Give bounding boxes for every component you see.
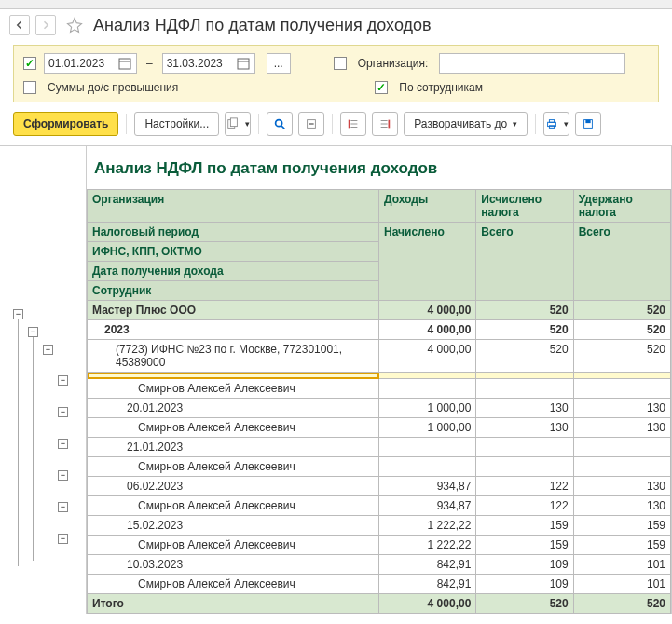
row-c2: 130 [476, 399, 573, 418]
tree-node[interactable]: − [58, 470, 68, 481]
print-button[interactable]: ▾ [543, 112, 569, 136]
total-row: Итого 4 000,00 520 520 [88, 594, 671, 614]
table-row[interactable]: 15.02.20231 222,22159159 [88, 516, 671, 536]
row-c2: 520 [476, 340, 573, 373]
row-c3: 159 [573, 536, 670, 555]
back-button[interactable] [9, 15, 30, 35]
tree-node[interactable]: − [58, 534, 68, 544]
table-row[interactable]: Смирнов Алексей Алексеевич1 000,00130130 [88, 418, 671, 438]
table-row[interactable]: 20234 000,00520520 [88, 320, 671, 340]
row-label: 10.03.2023 [88, 555, 379, 575]
row-c2: 130 [476, 418, 573, 438]
tree-node[interactable]: − [43, 345, 53, 355]
row-label [88, 373, 379, 379]
tree-node[interactable]: − [58, 502, 68, 512]
table-row[interactable]: 06.02.2023934,87122130 [88, 477, 671, 496]
report-body: Анализ НДФЛ по датам получения доходов О… [86, 146, 672, 614]
tree-node[interactable]: − [28, 327, 38, 337]
row-c3: 520 [573, 301, 670, 320]
date-to-input[interactable]: 31.03.2023 [162, 53, 255, 74]
total-c1: 4 000,00 [379, 594, 476, 614]
row-c1: 1 000,00 [379, 399, 476, 418]
table-row[interactable]: 21.01.2023 [88, 438, 671, 457]
row-c3: 520 [573, 340, 670, 373]
settings-button[interactable]: Настройки... [134, 112, 219, 136]
row-c2: 520 [476, 301, 573, 320]
tree-node[interactable]: − [58, 439, 68, 449]
star-icon[interactable] [65, 16, 84, 34]
row-c2: 122 [476, 477, 573, 496]
table-row[interactable]: 20.01.20231 000,00130130 [88, 399, 671, 418]
report-table: Организация Доходы Исчислено налога Удер… [87, 189, 671, 614]
row-label: Смирнов Алексей Алексеевич [88, 575, 379, 594]
row-c1: 934,87 [379, 477, 476, 496]
header-ifns: ИФНС, КПП, ОКТМО [88, 242, 379, 262]
header-calc-tax: Исчислено налога [476, 190, 573, 223]
date-to-value: 31.03.2023 [167, 57, 236, 70]
row-c1 [379, 373, 476, 379]
date-dash: – [146, 57, 153, 70]
row-c3: 159 [573, 516, 670, 536]
save-button[interactable] [575, 112, 601, 136]
forward-button[interactable] [35, 15, 56, 35]
calendar-icon[interactable] [117, 56, 132, 71]
find-button[interactable] [267, 112, 293, 136]
table-row[interactable]: Смирнов Алексей Алексеевич [88, 457, 671, 477]
row-c3 [573, 379, 670, 399]
settings-variants-button[interactable]: ▾ [225, 112, 251, 136]
row-c3: 130 [573, 418, 670, 438]
row-label: 21.01.2023 [88, 438, 379, 457]
header-income-date: Дата получения дохода [88, 262, 379, 281]
date-from-input[interactable]: 01.01.2023 [44, 53, 137, 74]
svg-rect-16 [586, 120, 591, 124]
total-label: Итого [88, 594, 379, 614]
calendar-icon[interactable] [236, 56, 251, 71]
org-input[interactable] [439, 53, 625, 74]
row-c1: 4 000,00 [379, 301, 476, 320]
tree-node[interactable]: − [58, 407, 68, 417]
table-row[interactable]: (7723) ИФНС №23 по г. Москве, 772301001,… [88, 340, 671, 373]
header-employee: Сотрудник [88, 281, 379, 301]
toolbar: Сформировать Настройки... ▾ Разворачиват… [0, 112, 672, 145]
generate-button[interactable]: Сформировать [13, 112, 118, 136]
table-row[interactable]: Смирнов Алексей Алексеевич842,91109101 [88, 575, 671, 594]
row-c2: 122 [476, 496, 573, 516]
row-c1: 934,87 [379, 496, 476, 516]
row-c3: 101 [573, 575, 670, 594]
header-org: Организация [88, 190, 379, 223]
row-c1: 842,91 [379, 555, 476, 575]
org-checkbox[interactable] [334, 57, 347, 70]
table-row[interactable]: Смирнов Алексей Алексеевич [88, 379, 671, 399]
date-enabled-checkbox[interactable] [23, 57, 36, 70]
row-c1: 4 000,00 [379, 320, 476, 340]
row-c2: 520 [476, 320, 573, 340]
by-employee-checkbox[interactable] [375, 81, 388, 94]
svg-rect-5 [230, 118, 237, 127]
row-c3 [573, 438, 670, 457]
title-bar: Анализ НДФЛ по датам получения доходов [0, 9, 672, 45]
row-c1 [379, 438, 476, 457]
row-c3: 130 [573, 496, 670, 516]
table-row[interactable]: Смирнов Алексей Алексеевич934,87122130 [88, 496, 671, 516]
row-c1: 1 000,00 [379, 418, 476, 438]
row-c2: 159 [476, 536, 573, 555]
collapse-button[interactable] [298, 112, 324, 136]
row-c2 [476, 457, 573, 477]
table-row[interactable] [88, 373, 671, 379]
by-employee-label: По сотрудникам [399, 81, 483, 94]
row-c1: 1 222,22 [379, 536, 476, 555]
table-row[interactable]: Смирнов Алексей Алексеевич1 222,22159159 [88, 536, 671, 555]
tree-node[interactable]: − [58, 375, 68, 386]
row-label: 2023 [88, 320, 379, 340]
date-more-button[interactable]: ... [267, 53, 291, 74]
tree-node[interactable]: − [13, 309, 23, 319]
expand-to-button[interactable]: Разворачивать до▾ [404, 112, 528, 136]
row-c1 [379, 379, 476, 399]
table-row[interactable]: Мастер Плюс ООО4 000,00520520 [88, 301, 671, 320]
header-total-1: Всего [476, 223, 573, 301]
table-row[interactable]: 10.03.2023842,91109101 [88, 555, 671, 575]
collapse-level-button[interactable] [372, 112, 398, 136]
expand-level-button[interactable] [340, 112, 366, 136]
sums-checkbox[interactable] [23, 81, 36, 94]
report-title: Анализ НДФЛ по датам получения доходов [87, 146, 671, 189]
